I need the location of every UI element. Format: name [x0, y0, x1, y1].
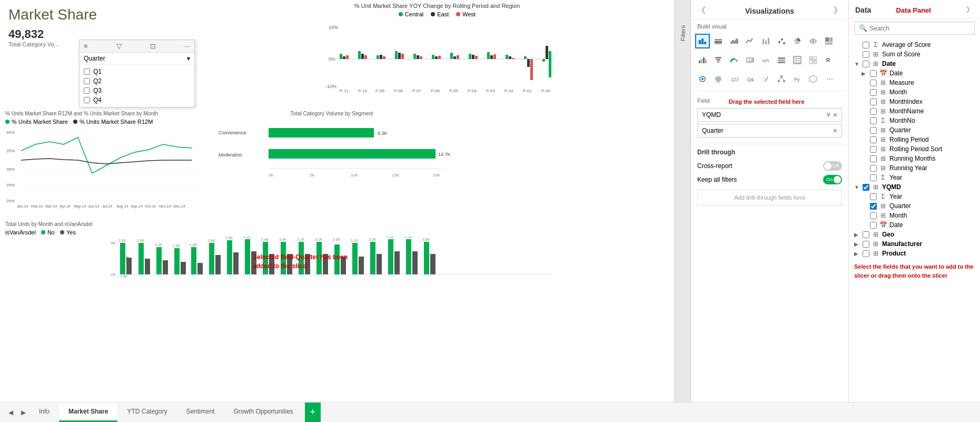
- tree-item-geo[interactable]: ▶ ⊞ Geo: [849, 230, 980, 239]
- avg-score-checkbox[interactable]: [863, 42, 869, 48]
- manufacturer-checkbox[interactable]: [863, 241, 869, 248]
- yqmd-quarter-checkbox[interactable]: [870, 203, 877, 210]
- drill-through-drop-zone[interactable]: Add drill-through fields here: [697, 190, 842, 205]
- tree-item-rolling-period[interactable]: ⊞ Rolling Period: [849, 135, 980, 144]
- tree-item-running-year[interactable]: ⊞ Running Year: [849, 163, 980, 173]
- kpi-icon[interactable]: KPI: [758, 53, 773, 67]
- rolling-period-sort-checkbox[interactable]: [870, 146, 877, 153]
- tree-item-yqmd-quarter[interactable]: ⊞ Quarter: [849, 201, 980, 211]
- monthname-checkbox[interactable]: [870, 108, 877, 115]
- data-search-box[interactable]: 🔍: [854, 22, 975, 35]
- pie-chart-icon[interactable]: [790, 34, 805, 48]
- tree-item-yqmd-month[interactable]: ⊞ Month: [849, 211, 980, 220]
- tab-prev-btn[interactable]: ◀: [4, 403, 17, 422]
- viz-collapse-left[interactable]: 《: [697, 5, 706, 16]
- stacked-bar-icon[interactable]: [711, 34, 726, 48]
- year-checkbox[interactable]: [870, 174, 877, 181]
- more-visuals-icon[interactable]: ⋯: [821, 72, 836, 86]
- number-icon[interactable]: 123: [727, 72, 741, 86]
- measure-checkbox[interactable]: [870, 80, 877, 86]
- geo-checkbox[interactable]: [863, 231, 869, 238]
- shape-map-icon[interactable]: [711, 72, 726, 86]
- treemap-icon[interactable]: [821, 34, 836, 48]
- slicer-q2-checkbox[interactable]: [84, 78, 90, 84]
- qna-icon[interactable]: Q&A: [743, 72, 757, 86]
- yqmd-year-checkbox[interactable]: [870, 193, 877, 200]
- tree-item-avg-score[interactable]: Σ Average of Score: [849, 40, 980, 50]
- data-panel-collapse[interactable]: 》: [966, 5, 974, 15]
- slicer-dropdown[interactable]: Quarter ▾: [80, 53, 194, 65]
- tab-market-share[interactable]: Market Share: [59, 403, 117, 422]
- yqmd-group-checkbox[interactable]: [863, 184, 869, 191]
- slicer-q3-checkbox[interactable]: [84, 87, 90, 94]
- custom-visual-icon[interactable]: …: [806, 72, 820, 86]
- map-icon[interactable]: [806, 34, 820, 48]
- running-months-checkbox[interactable]: [870, 155, 877, 162]
- field-chip-yqmd-remove[interactable]: ×: [833, 111, 837, 119]
- field-chip-yqmd[interactable]: YQMD ∨ ×: [697, 108, 842, 122]
- slicer-header-icons[interactable]: ≡: [84, 42, 88, 50]
- slicer-item-q3[interactable]: Q3: [84, 86, 190, 95]
- tab-add-btn[interactable]: +: [305, 403, 321, 422]
- tab-info[interactable]: Info: [29, 403, 59, 422]
- slicer-header-expand-icon[interactable]: ⊡: [150, 42, 156, 50]
- slicer-header-filter-icon[interactable]: ▽: [116, 42, 122, 50]
- tab-ytd-category[interactable]: YTD Category: [117, 403, 176, 422]
- ribbon-chart-icon[interactable]: [758, 34, 773, 48]
- slicer-q1-checkbox[interactable]: [84, 68, 90, 75]
- viz-collapse-right[interactable]: 》: [834, 5, 842, 16]
- gauge-icon[interactable]: [727, 53, 741, 67]
- cross-report-toggle[interactable]: Off: [823, 161, 842, 171]
- smart-narrative-icon[interactable]: 📝: [758, 72, 773, 86]
- waterfall-icon[interactable]: [695, 53, 710, 67]
- slicer-item-q2[interactable]: Q2: [84, 76, 190, 86]
- scatter-chart-icon[interactable]: [774, 34, 789, 48]
- tree-item-year[interactable]: Σ Year: [849, 173, 980, 182]
- keep-filters-toggle[interactable]: On: [823, 175, 842, 184]
- decomposition-icon[interactable]: [774, 72, 789, 86]
- tree-item-monthno[interactable]: Σ MonthNo: [849, 116, 980, 125]
- date-date-checkbox[interactable]: [870, 70, 877, 77]
- date-group-checkbox[interactable]: [863, 61, 869, 67]
- rolling-period-checkbox[interactable]: [870, 136, 877, 143]
- tree-item-yqmd-group[interactable]: ▼ ⊞ YQMD: [849, 182, 980, 192]
- search-input[interactable]: [869, 25, 970, 32]
- yqmd-month-checkbox[interactable]: [870, 212, 877, 219]
- month-checkbox[interactable]: [870, 89, 877, 96]
- table-icon[interactable]: [790, 53, 805, 67]
- tree-item-manufacturer[interactable]: ▶ ⊞ Manufacturer: [849, 239, 980, 249]
- filters-tab[interactable]: Filters: [678, 21, 688, 45]
- slicer-header-more-icon[interactable]: ···: [184, 42, 190, 50]
- tree-item-date-date[interactable]: ▶ 📅 Date: [849, 68, 980, 78]
- area-chart-icon[interactable]: [727, 34, 741, 48]
- card-icon[interactable]: 123: [743, 53, 757, 67]
- tree-item-yqmd-date[interactable]: 📅 Date: [849, 220, 980, 230]
- tree-item-measure[interactable]: ⊞ Measure: [849, 78, 980, 87]
- field-chip-yqmd-expand[interactable]: ∨: [826, 111, 831, 119]
- tab-sentiment[interactable]: Sentiment: [176, 403, 224, 422]
- tab-next-btn[interactable]: ▶: [17, 403, 29, 422]
- tree-item-quarter[interactable]: ⊞ Quarter: [849, 125, 980, 135]
- running-year-checkbox[interactable]: [870, 165, 877, 172]
- sum-score-checkbox[interactable]: [863, 51, 869, 58]
- slicer-icon[interactable]: [774, 53, 789, 67]
- field-chip-quarter-remove[interactable]: ×: [833, 126, 837, 135]
- tab-growth[interactable]: Growth Opportunities: [224, 403, 302, 422]
- tree-item-rolling-period-sort[interactable]: ⊞ Rolling Period Sort: [849, 144, 980, 154]
- tree-item-running-months[interactable]: ⊞ Running Months: [849, 154, 980, 163]
- product-checkbox[interactable]: [863, 250, 869, 257]
- monthno-checkbox[interactable]: [870, 117, 877, 124]
- matrix-icon[interactable]: [806, 53, 820, 67]
- slicer-q4-checkbox[interactable]: [84, 97, 90, 103]
- tree-item-monthname[interactable]: ⊞ MonthName: [849, 106, 980, 116]
- r-icon[interactable]: R: [821, 53, 836, 67]
- slicer-item-q1[interactable]: Q1: [84, 67, 190, 76]
- tree-item-yqmd-year[interactable]: Σ Year: [849, 192, 980, 201]
- tree-item-month[interactable]: ⊞ Month: [849, 87, 980, 97]
- funnel-icon[interactable]: [711, 53, 726, 67]
- quarter-checkbox[interactable]: [870, 127, 877, 134]
- yqmd-date-checkbox[interactable]: [870, 222, 877, 229]
- bar-chart-icon[interactable]: [695, 34, 710, 48]
- tree-item-product[interactable]: ▶ ⊞ Product: [849, 249, 980, 258]
- slicer-item-q4[interactable]: Q4: [84, 95, 190, 105]
